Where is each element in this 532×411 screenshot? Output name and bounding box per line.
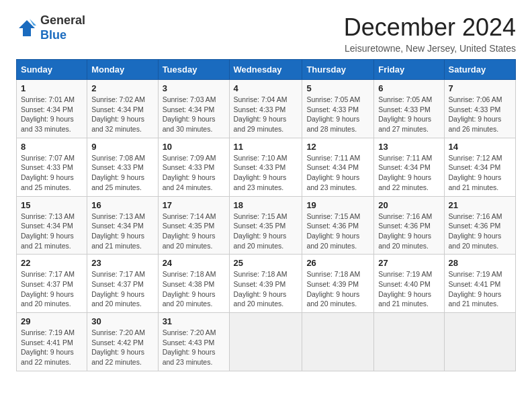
day-detail: Sunrise: 7:12 AMSunset: 4:34 PMDaylight:… — [449, 153, 512, 193]
column-header-thursday: Thursday — [302, 60, 374, 80]
day-number: 8 — [21, 142, 83, 152]
calendar-cell: 24Sunrise: 7:18 AMSunset: 4:38 PMDayligh… — [158, 255, 229, 313]
calendar-cell: 20Sunrise: 7:16 AMSunset: 4:36 PMDayligh… — [374, 196, 444, 255]
day-detail: Sunrise: 7:15 AMSunset: 4:36 PMDaylight:… — [306, 212, 369, 251]
day-detail: Sunrise: 7:13 AMSunset: 4:34 PMDaylight:… — [91, 212, 153, 251]
day-detail: Sunrise: 7:19 AMSunset: 4:41 PMDaylight:… — [21, 328, 83, 367]
day-detail: Sunrise: 7:02 AMSunset: 4:34 PMDaylight:… — [91, 95, 153, 134]
page-header: General Blue December 2024 Leisuretowne,… — [16, 13, 516, 54]
day-detail: Sunrise: 7:03 AMSunset: 4:34 PMDaylight:… — [163, 95, 225, 134]
day-number: 9 — [91, 142, 153, 152]
calendar-week-1: 1Sunrise: 7:01 AMSunset: 4:34 PMDaylight… — [17, 80, 516, 138]
day-number: 19 — [306, 200, 369, 210]
calendar-cell: 1Sunrise: 7:01 AMSunset: 4:34 PMDaylight… — [17, 80, 87, 138]
day-detail: Sunrise: 7:06 AMSunset: 4:33 PMDaylight:… — [449, 95, 512, 134]
day-detail: Sunrise: 7:04 AMSunset: 4:33 PMDaylight:… — [234, 95, 298, 134]
day-number: 15 — [21, 200, 83, 210]
day-detail: Sunrise: 7:17 AMSunset: 4:37 PMDaylight:… — [21, 269, 83, 309]
day-detail: Sunrise: 7:07 AMSunset: 4:33 PMDaylight:… — [21, 153, 83, 193]
day-detail: Sunrise: 7:20 AMSunset: 4:42 PMDaylight:… — [91, 328, 153, 367]
day-detail: Sunrise: 7:19 AMSunset: 4:40 PMDaylight:… — [378, 269, 439, 309]
day-detail: Sunrise: 7:18 AMSunset: 4:38 PMDaylight:… — [163, 269, 225, 309]
calendar-cell — [374, 313, 444, 371]
day-detail: Sunrise: 7:17 AMSunset: 4:37 PMDaylight:… — [91, 269, 153, 309]
day-detail: Sunrise: 7:10 AMSunset: 4:33 PMDaylight:… — [234, 153, 298, 193]
column-header-wednesday: Wednesday — [229, 60, 302, 80]
calendar-week-5: 29Sunrise: 7:19 AMSunset: 4:41 PMDayligh… — [17, 313, 516, 371]
day-number: 1 — [21, 83, 83, 93]
calendar-cell: 13Sunrise: 7:11 AMSunset: 4:34 PMDayligh… — [374, 138, 444, 196]
column-header-tuesday: Tuesday — [158, 60, 229, 80]
day-number: 7 — [449, 83, 512, 93]
day-detail: Sunrise: 7:11 AMSunset: 4:34 PMDaylight:… — [306, 153, 369, 193]
calendar-cell: 15Sunrise: 7:13 AMSunset: 4:34 PMDayligh… — [17, 196, 87, 255]
day-detail: Sunrise: 7:11 AMSunset: 4:34 PMDaylight:… — [378, 153, 439, 193]
calendar-cell: 30Sunrise: 7:20 AMSunset: 4:42 PMDayligh… — [87, 313, 158, 371]
day-number: 11 — [234, 142, 298, 152]
day-number: 6 — [378, 83, 439, 93]
day-detail: Sunrise: 7:08 AMSunset: 4:33 PMDaylight:… — [91, 153, 153, 193]
calendar-cell: 18Sunrise: 7:15 AMSunset: 4:35 PMDayligh… — [229, 196, 302, 255]
calendar-cell: 14Sunrise: 7:12 AMSunset: 4:34 PMDayligh… — [444, 138, 516, 196]
day-number: 16 — [91, 200, 153, 210]
day-detail: Sunrise: 7:01 AMSunset: 4:34 PMDaylight:… — [21, 95, 83, 134]
calendar-cell: 28Sunrise: 7:19 AMSunset: 4:41 PMDayligh… — [444, 255, 516, 313]
day-number: 4 — [234, 83, 298, 93]
day-number: 3 — [163, 83, 225, 93]
calendar-body: 1Sunrise: 7:01 AMSunset: 4:34 PMDaylight… — [17, 80, 516, 371]
day-number: 2 — [91, 83, 153, 93]
day-detail: Sunrise: 7:16 AMSunset: 4:36 PMDaylight:… — [449, 212, 512, 251]
day-detail: Sunrise: 7:15 AMSunset: 4:35 PMDaylight:… — [234, 212, 298, 251]
logo-icon — [16, 17, 38, 39]
calendar-cell: 4Sunrise: 7:04 AMSunset: 4:33 PMDaylight… — [229, 80, 302, 138]
calendar-cell: 10Sunrise: 7:09 AMSunset: 4:33 PMDayligh… — [158, 138, 229, 196]
calendar-cell: 5Sunrise: 7:05 AMSunset: 4:33 PMDaylight… — [302, 80, 374, 138]
logo: General Blue — [16, 13, 85, 42]
column-header-friday: Friday — [374, 60, 444, 80]
day-number: 31 — [163, 316, 225, 326]
calendar-cell: 19Sunrise: 7:15 AMSunset: 4:36 PMDayligh… — [302, 196, 374, 255]
day-detail: Sunrise: 7:16 AMSunset: 4:36 PMDaylight:… — [378, 212, 439, 251]
calendar-cell: 9Sunrise: 7:08 AMSunset: 4:33 PMDaylight… — [87, 138, 158, 196]
day-number: 14 — [449, 142, 512, 152]
day-detail: Sunrise: 7:05 AMSunset: 4:33 PMDaylight:… — [306, 95, 369, 134]
title-block: December 2024 Leisuretowne, New Jersey, … — [344, 13, 516, 54]
day-detail: Sunrise: 7:18 AMSunset: 4:39 PMDaylight:… — [234, 269, 298, 309]
day-number: 30 — [91, 316, 153, 326]
day-number: 24 — [163, 258, 225, 268]
day-number: 21 — [449, 200, 512, 210]
calendar-cell: 25Sunrise: 7:18 AMSunset: 4:39 PMDayligh… — [229, 255, 302, 313]
calendar-cell: 29Sunrise: 7:19 AMSunset: 4:41 PMDayligh… — [17, 313, 87, 371]
calendar-week-4: 22Sunrise: 7:17 AMSunset: 4:37 PMDayligh… — [17, 255, 516, 313]
day-detail: Sunrise: 7:13 AMSunset: 4:34 PMDaylight:… — [21, 212, 83, 251]
calendar-cell: 8Sunrise: 7:07 AMSunset: 4:33 PMDaylight… — [17, 138, 87, 196]
calendar-cell: 3Sunrise: 7:03 AMSunset: 4:34 PMDaylight… — [158, 80, 229, 138]
calendar-cell: 2Sunrise: 7:02 AMSunset: 4:34 PMDaylight… — [87, 80, 158, 138]
day-number: 28 — [449, 258, 512, 268]
calendar-cell: 27Sunrise: 7:19 AMSunset: 4:40 PMDayligh… — [374, 255, 444, 313]
calendar-week-3: 15Sunrise: 7:13 AMSunset: 4:34 PMDayligh… — [17, 196, 516, 255]
calendar-cell: 22Sunrise: 7:17 AMSunset: 4:37 PMDayligh… — [17, 255, 87, 313]
calendar-cell — [302, 313, 374, 371]
day-detail: Sunrise: 7:18 AMSunset: 4:39 PMDaylight:… — [306, 269, 369, 309]
calendar-cell: 6Sunrise: 7:05 AMSunset: 4:33 PMDaylight… — [374, 80, 444, 138]
day-number: 22 — [21, 258, 83, 268]
day-number: 17 — [163, 200, 225, 210]
day-detail: Sunrise: 7:19 AMSunset: 4:41 PMDaylight:… — [449, 269, 512, 309]
day-detail: Sunrise: 7:14 AMSunset: 4:35 PMDaylight:… — [163, 212, 225, 251]
calendar-table: SundayMondayTuesdayWednesdayThursdayFrid… — [16, 59, 516, 371]
day-detail: Sunrise: 7:05 AMSunset: 4:33 PMDaylight:… — [378, 95, 439, 134]
calendar-cell: 17Sunrise: 7:14 AMSunset: 4:35 PMDayligh… — [158, 196, 229, 255]
calendar-cell: 26Sunrise: 7:18 AMSunset: 4:39 PMDayligh… — [302, 255, 374, 313]
logo-text: General Blue — [40, 13, 85, 42]
calendar-cell: 11Sunrise: 7:10 AMSunset: 4:33 PMDayligh… — [229, 138, 302, 196]
column-header-saturday: Saturday — [444, 60, 516, 80]
day-number: 12 — [306, 142, 369, 152]
day-number: 18 — [234, 200, 298, 210]
calendar-header-row: SundayMondayTuesdayWednesdayThursdayFrid… — [17, 60, 516, 80]
column-header-sunday: Sunday — [17, 60, 87, 80]
calendar-cell — [229, 313, 302, 371]
calendar-cell — [444, 313, 516, 371]
column-header-monday: Monday — [87, 60, 158, 80]
day-number: 20 — [378, 200, 439, 210]
